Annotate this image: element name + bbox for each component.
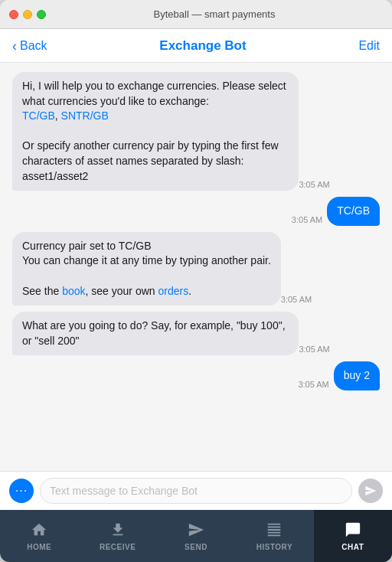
window-title: Byteball — smart payments	[46, 8, 383, 20]
tc-gb-link[interactable]: TC/GB	[22, 109, 55, 122]
bubble-incoming: Currency pair set to TC/GBYou can change…	[12, 232, 281, 306]
message-input[interactable]	[40, 478, 352, 504]
message-with-time: What are you going to do? Say, for examp…	[12, 312, 380, 355]
message-time: 3:05 AM	[281, 295, 312, 304]
message-with-time: Currency pair set to TC/GBYou can change…	[12, 232, 380, 306]
orders-link[interactable]: orders	[158, 285, 188, 297]
chat-icon	[345, 521, 361, 541]
edit-button[interactable]: Edit	[358, 39, 380, 53]
message-with-time: 3:05 AM buy 2	[12, 361, 380, 390]
receive-icon	[109, 521, 126, 541]
app-window: Byteball — smart payments ‹ Back Exchang…	[0, 0, 392, 562]
message-time: 3:05 AM	[292, 215, 322, 224]
message-text: Hi, I will help you to exchange currenci…	[22, 80, 286, 107]
home-icon	[31, 521, 47, 541]
message-row: 3:05 AM TC/GB	[12, 197, 380, 226]
message-row: What are you going to do? Say, for examp…	[12, 312, 380, 355]
input-area: ···	[0, 471, 392, 510]
send-icon	[364, 485, 377, 497]
page-title: Exchange Bot	[47, 38, 359, 54]
message-text: buy 2	[344, 369, 370, 381]
period-text: .	[188, 285, 191, 297]
sntr-gb-link[interactable]: SNTR/GB	[61, 109, 109, 122]
message-with-time: 3:05 AM TC/GB	[12, 197, 380, 226]
message-with-time: Hi, I will help you to exchange currenci…	[12, 72, 380, 191]
back-button[interactable]: ‹ Back	[12, 39, 47, 53]
message-row: Hi, I will help you to exchange currenci…	[12, 72, 380, 191]
message-row: 3:05 AM buy 2	[12, 361, 380, 390]
send-button[interactable]	[358, 479, 383, 503]
minimize-button[interactable]	[23, 10, 32, 19]
tabbar: HOME RECEIVE SEND HISTORY CHAT	[0, 510, 392, 562]
comma-text: ,	[55, 109, 61, 122]
message-text: What are you going to do? Say, for examp…	[22, 319, 286, 347]
message-time: 3:05 AM	[299, 180, 329, 189]
bubble-outgoing: buy 2	[334, 361, 380, 390]
message-text-2: Or specify another currency pair by typi…	[22, 139, 279, 181]
tab-history[interactable]: HISTORY	[235, 510, 313, 562]
traffic-lights	[9, 10, 46, 19]
tab-chat[interactable]: CHAT	[314, 510, 392, 562]
book-link[interactable]: book	[62, 285, 85, 297]
tab-receive[interactable]: RECEIVE	[78, 510, 156, 562]
tab-receive-label: RECEIVE	[100, 543, 136, 551]
tab-home-label: HOME	[27, 543, 51, 551]
send-tab-icon	[188, 521, 204, 541]
history-icon	[266, 521, 283, 541]
bubble-incoming: What are you going to do? Say, for examp…	[12, 312, 299, 355]
message-text-3: See the	[22, 285, 62, 297]
message-text: TC/GB	[337, 204, 370, 217]
tab-home[interactable]: HOME	[0, 510, 78, 562]
bubble-outgoing: TC/GB	[327, 197, 380, 226]
back-label: Back	[20, 39, 47, 53]
message-text: Currency pair set to TC/GBYou can change…	[22, 240, 271, 267]
tab-chat-label: CHAT	[341, 543, 364, 551]
extras-button[interactable]: ···	[9, 479, 34, 503]
message-time: 3:05 AM	[298, 380, 328, 389]
chevron-left-icon: ‹	[12, 39, 17, 53]
titlebar: Byteball — smart payments	[0, 0, 392, 29]
tab-history-label: HISTORY	[256, 543, 292, 551]
chat-area: Hi, I will help you to exchange currenci…	[0, 63, 392, 471]
tab-send[interactable]: SEND	[157, 510, 235, 562]
tab-send-label: SEND	[185, 543, 207, 551]
close-button[interactable]	[9, 10, 18, 19]
navbar: ‹ Back Exchange Bot Edit	[0, 29, 392, 63]
message-time: 3:05 AM	[299, 345, 329, 354]
maximize-button[interactable]	[37, 10, 46, 19]
message-row: Currency pair set to TC/GBYou can change…	[12, 232, 380, 306]
dots-icon: ···	[15, 484, 28, 498]
bubble-incoming: Hi, I will help you to exchange currenci…	[12, 72, 299, 191]
message-text-4: , see your own	[86, 285, 158, 297]
